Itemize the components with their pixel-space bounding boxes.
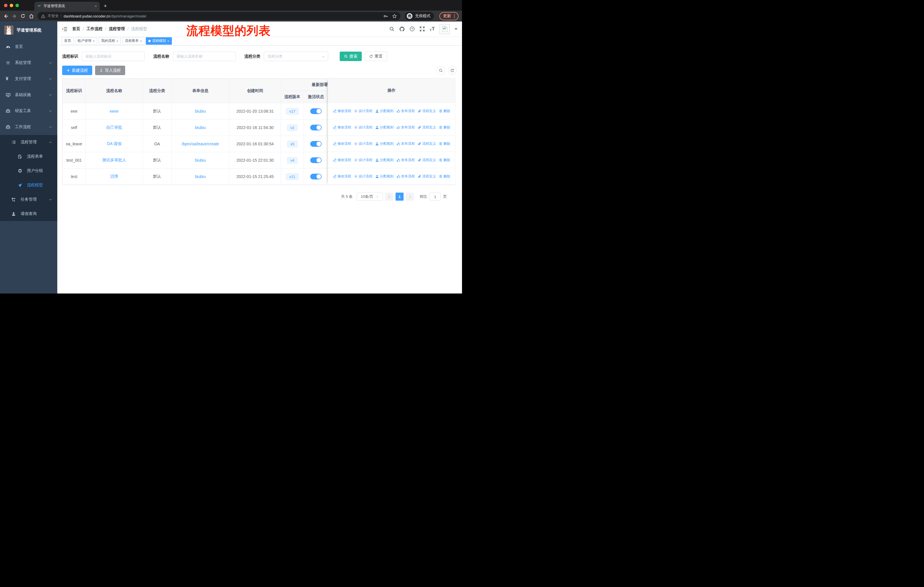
sidebar-item-process-model[interactable]: 流程模型 — [0, 178, 57, 192]
tag-home[interactable]: 首页 — [61, 37, 74, 45]
process-name-link[interactable]: OA 请假 — [107, 141, 121, 146]
sidebar-item-system[interactable]: 系统管理 — [0, 55, 57, 71]
process-key-input[interactable] — [82, 51, 145, 61]
browser-tab[interactable]: 芋道管理系统 × — [35, 2, 100, 11]
search-icon[interactable] — [389, 26, 394, 31]
search-button[interactable]: 搜索 — [340, 51, 362, 61]
address-bar[interactable]: 不安全 dashboard.yudao.iocoder.cn /bpm/mana… — [38, 12, 401, 20]
browser-menu-icon[interactable] — [454, 14, 455, 18]
page-number[interactable]: 1 — [396, 193, 404, 201]
active-status-toggle[interactable] — [310, 125, 322, 131]
action-link[interactable]: 分配规则 — [375, 125, 394, 130]
tag-my-process[interactable]: 我的流程× — [99, 37, 120, 45]
reset-button[interactable]: 重置 — [365, 51, 387, 61]
back-icon[interactable] — [3, 14, 8, 19]
sidebar-item-workflow[interactable]: 工作流程 — [0, 119, 57, 135]
bookmark-star-icon[interactable] — [392, 14, 397, 19]
app-logo[interactable]: 芋道管理系统 — [0, 21, 57, 39]
show-search-button[interactable] — [437, 66, 445, 75]
create-process-button[interactable]: 新建流程 — [62, 66, 92, 75]
active-status-toggle[interactable] — [310, 157, 322, 163]
delete-link[interactable]: 删除 — [439, 174, 450, 179]
active-status-toggle[interactable] — [310, 108, 322, 114]
import-process-button[interactable]: 导入流程 — [95, 66, 125, 75]
close-window-button[interactable] — [4, 4, 7, 7]
action-link[interactable]: 修改流程 — [333, 174, 351, 179]
maximize-window-button[interactable] — [15, 4, 19, 7]
goto-page-input[interactable] — [429, 193, 441, 201]
action-link[interactable]: 流程定义 — [417, 174, 436, 179]
prev-page-button[interactable] — [385, 193, 393, 201]
action-link[interactable]: 修改流程 — [333, 141, 351, 146]
process-name-link[interactable]: eeee — [110, 109, 119, 114]
sidebar-item-leave-query[interactable]: 请假查询 — [0, 207, 57, 221]
action-link[interactable]: 分配规则 — [375, 158, 394, 162]
fullscreen-icon[interactable] — [420, 26, 425, 31]
next-page-button[interactable] — [406, 193, 414, 201]
action-link[interactable]: 流程定义 — [417, 125, 436, 130]
form-info-link[interactable]: biubiu — [195, 158, 206, 162]
action-link[interactable]: 流程定义 — [417, 158, 436, 162]
action-link[interactable]: 修改流程 — [333, 125, 351, 130]
process-name-input[interactable] — [173, 51, 236, 61]
sidebar-item-infra[interactable]: 基础设施 — [0, 87, 57, 103]
reload-icon[interactable] — [21, 14, 25, 18]
forward-icon[interactable] — [12, 14, 17, 19]
delete-link[interactable]: 删除 — [439, 141, 450, 146]
action-link[interactable]: 流程定义 — [417, 109, 436, 114]
close-icon[interactable]: × — [167, 39, 169, 43]
action-link[interactable]: 设计流程 — [354, 174, 372, 179]
sidebar-item-pay[interactable]: ¥ 支付管理 — [0, 71, 57, 87]
avatar[interactable] — [440, 24, 450, 34]
sidebar-item-home[interactable]: 首页 — [0, 39, 57, 55]
breadcrumb-item[interactable]: 首页 — [72, 26, 80, 31]
action-link[interactable]: 分配规则 — [375, 109, 394, 114]
version-badge[interactable]: v2 — [287, 124, 298, 131]
active-status-toggle[interactable] — [310, 174, 322, 179]
version-badge[interactable]: v21 — [286, 174, 299, 180]
sidebar-item-devtools[interactable]: 研发工具 — [0, 103, 57, 119]
action-link[interactable]: 发布流程 — [396, 141, 415, 146]
home-icon[interactable] — [29, 14, 34, 19]
sidebar-item-process-form[interactable]: 流程表单 — [0, 149, 57, 164]
action-link[interactable]: 发布流程 — [396, 125, 415, 130]
version-badge[interactable]: v5 — [287, 141, 298, 147]
action-link[interactable]: 修改流程 — [333, 158, 351, 162]
sidebar-item-task-mgmt[interactable]: 任务管理 — [0, 192, 57, 207]
help-icon[interactable]: ? — [409, 26, 415, 31]
version-badge[interactable]: v17 — [286, 108, 299, 115]
process-name-link[interactable]: 测试多审批人 — [102, 158, 126, 162]
delete-link[interactable]: 删除 — [439, 109, 450, 114]
action-link[interactable]: 发布流程 — [396, 174, 415, 179]
page-size-select[interactable]: 10条/页 — [356, 193, 383, 201]
action-link[interactable]: 发布流程 — [396, 158, 415, 162]
refresh-button[interactable] — [448, 66, 457, 75]
new-tab-button[interactable]: + — [104, 3, 107, 9]
action-link[interactable]: 设计流程 — [354, 158, 372, 162]
tag-tenant[interactable]: 租户管理× — [75, 37, 97, 45]
form-info-link[interactable]: biubiu — [195, 125, 206, 130]
close-icon[interactable]: × — [93, 39, 94, 43]
version-badge[interactable]: v4 — [287, 157, 298, 164]
action-link[interactable]: 设计流程 — [354, 125, 372, 130]
delete-link[interactable]: 删除 — [439, 158, 450, 162]
close-icon[interactable]: × — [140, 39, 142, 43]
close-icon[interactable]: × — [116, 39, 118, 43]
action-link[interactable]: 分配规则 — [375, 141, 394, 146]
tab-close-icon[interactable]: × — [94, 4, 97, 8]
font-size-icon[interactable]: TT — [430, 26, 435, 32]
form-info-link[interactable]: /bpm/oa/leave/create — [182, 142, 219, 146]
category-select[interactable]: 流程分类 — [264, 51, 328, 61]
update-button[interactable]: 更新 — [439, 12, 459, 20]
breadcrumb-item[interactable]: 工作流程 — [86, 26, 102, 31]
github-icon[interactable] — [399, 26, 405, 32]
key-icon[interactable] — [383, 14, 388, 19]
minimize-window-button[interactable] — [10, 4, 13, 7]
avatar-caret-icon[interactable] — [455, 28, 457, 31]
action-link[interactable]: 发布流程 — [396, 109, 415, 114]
sidebar-fold-icon[interactable] — [62, 26, 67, 32]
tag-process-model[interactable]: 流程模型× — [146, 37, 172, 45]
sidebar-item-process-mgmt[interactable]: 流程管理 — [0, 135, 57, 149]
form-info-link[interactable]: biubiu — [195, 174, 206, 179]
active-status-toggle[interactable] — [310, 141, 322, 147]
